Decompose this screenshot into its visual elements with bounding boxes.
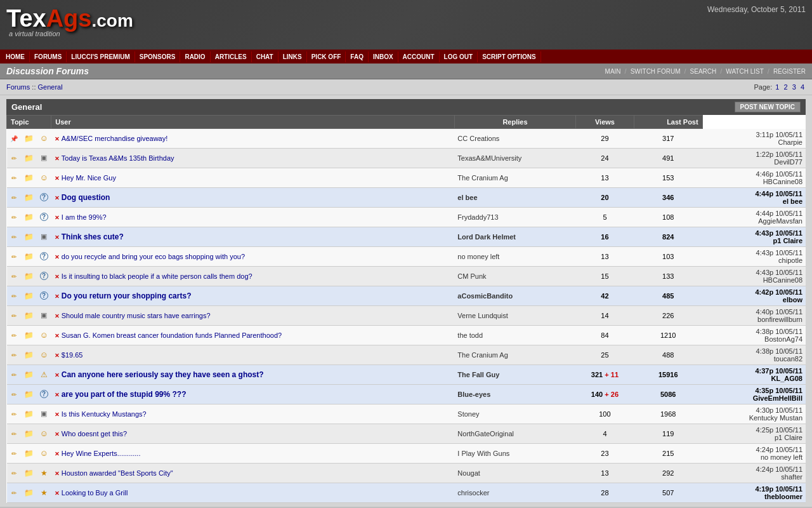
x-icon[interactable]: ✕ <box>55 175 60 182</box>
topic-link[interactable]: Should male country music stars have ear… <box>62 312 211 319</box>
topic-link[interactable]: Who doesnt get this? <box>62 430 127 438</box>
nav-premium[interactable]: LIUCCI'S PREMIUM <box>67 51 134 62</box>
subnav-main[interactable]: MAIN <box>605 68 621 75</box>
subnav-sep4: / <box>768 67 769 75</box>
topic-link[interactable]: Looking to Buy a Grill <box>62 489 128 497</box>
folder-icon: 📁 <box>24 410 34 418</box>
nav-forums[interactable]: FORUMS <box>30 51 67 62</box>
folder-cell: 📁 <box>21 129 37 149</box>
x-icon[interactable]: ✕ <box>55 333 60 339</box>
pencil-icon: ✏ <box>11 214 16 221</box>
topic-cell: ✕Hey Mr. Nice Guy <box>51 168 455 187</box>
topic-link[interactable]: Do you return your shopping carts? <box>62 291 192 300</box>
page-1[interactable]: 1 <box>775 83 779 91</box>
breadcrumb-general[interactable]: General <box>38 83 63 91</box>
topic-link[interactable]: I am the 99%? <box>62 213 107 221</box>
topic-link[interactable]: Hey Mr. Nice Guy <box>62 174 116 182</box>
x-icon[interactable]: ✕ <box>55 195 60 201</box>
nav-articles[interactable]: ARTICLES <box>211 51 252 62</box>
lastpost-user: chipotle <box>778 257 802 264</box>
topic-link[interactable]: Houston awarded "Best Sports City" <box>62 469 173 477</box>
lastpost-cell: 4:24p 10/05/11no money left <box>702 443 806 463</box>
subnav-switch[interactable]: SWITCH FORUM <box>631 68 681 75</box>
lastpost-cell: 4:42p 10/05/11elbow <box>702 286 806 305</box>
x-icon[interactable]: ✕ <box>55 136 60 142</box>
topic-link[interactable]: do you recycle and bring your eco bags s… <box>62 253 245 260</box>
pin-cell: ✏ <box>7 325 21 345</box>
pencil-icon: ✏ <box>11 175 16 182</box>
x-icon[interactable]: ✕ <box>55 293 60 300</box>
x-icon[interactable]: ✕ <box>55 431 60 438</box>
subnav-watchlist[interactable]: WATCH LIST <box>726 68 763 75</box>
topic-link[interactable]: Dog question <box>62 193 110 202</box>
lastpost-cell: 4:25p 10/05/11p1 Claire <box>702 424 806 443</box>
new-replies-count: + 26 <box>605 391 619 398</box>
topic-link[interactable]: Susan G. Komen breast cancer foundation … <box>62 331 282 339</box>
topic-icon-cell: ☺ <box>37 168 51 187</box>
lastpost-cell: 4:24p 10/05/11shafter <box>702 463 806 483</box>
folder-icon: 📁 <box>24 390 34 399</box>
table-row: ✏📁?✕Dog questionel bee203464:44p 10/05/1… <box>7 187 806 207</box>
topic-link[interactable]: Can anyone here seriously say they have … <box>62 370 264 379</box>
x-icon[interactable]: ✕ <box>55 215 60 221</box>
topic-link[interactable]: Hey Wine Experts............ <box>62 450 141 457</box>
x-icon[interactable]: ✕ <box>55 451 60 457</box>
folder-icon: 📁 <box>24 370 34 379</box>
x-icon[interactable]: ✕ <box>55 274 60 280</box>
x-icon[interactable]: ✕ <box>55 490 60 497</box>
x-icon[interactable]: ✕ <box>55 313 60 319</box>
post-new-topic-button[interactable]: POST NEW TOPIC <box>735 102 801 112</box>
user-cell: Nougat <box>454 463 575 483</box>
nav-links[interactable]: LINKS <box>278 51 307 62</box>
topic-cell: ✕Looking to Buy a Grill <box>51 483 455 502</box>
replies-cell: 24 <box>576 148 634 168</box>
nav-home[interactable]: HOME <box>1 51 30 62</box>
topic-icon-cell: ? <box>37 266 51 286</box>
topic-link[interactable]: Today is Texas A&Ms 135th Birthday <box>62 154 174 162</box>
table-row: ✏📁?✕Is it insulting to black people if a… <box>7 266 806 286</box>
breadcrumb-bar: Forums :: General Page: 1 2 3 4 <box>0 79 812 95</box>
topic-cell: ✕Who doesnt get this? <box>51 424 455 443</box>
folder-cell: 📁 <box>21 483 37 502</box>
nav-chat[interactable]: CHAT <box>252 51 278 62</box>
topic-link[interactable]: Think shes cute? <box>62 232 124 241</box>
views-cell: 5086 <box>634 384 702 404</box>
topic-link[interactable]: are you part of the stupid 99% ??? <box>62 390 187 399</box>
topic-link[interactable]: $19.65 <box>62 351 83 359</box>
lastpost-user: HBCanine08 <box>763 178 802 185</box>
x-icon[interactable]: ✕ <box>55 471 60 477</box>
page-4[interactable]: 4 <box>801 83 804 91</box>
th-replies: Replies <box>454 116 575 129</box>
nav-account[interactable]: ACCOUNT <box>398 51 440 62</box>
lastpost-user: Charpie <box>778 138 802 146</box>
x-icon[interactable]: ✕ <box>55 392 60 398</box>
subnav-register[interactable]: REGISTER <box>773 68 806 75</box>
nav-inbox[interactable]: INBOX <box>369 51 398 62</box>
topic-link[interactable]: A&M/SEC merchandise giveaway! <box>62 135 168 142</box>
topic-icon-cell: ☺ <box>37 345 51 364</box>
x-icon[interactable]: ✕ <box>55 254 60 260</box>
x-icon[interactable]: ✕ <box>55 352 60 359</box>
x-icon[interactable]: ✕ <box>55 411 60 418</box>
page-2[interactable]: 2 <box>784 83 788 91</box>
nav-logout[interactable]: LOG OUT <box>440 51 478 62</box>
x-icon[interactable]: ✕ <box>55 372 60 378</box>
subnav-search[interactable]: SEARCH <box>690 68 717 75</box>
topic-cell: ✕are you part of the stupid 99% ??? <box>51 384 455 404</box>
logo-ags: Ags <box>46 5 92 32</box>
lastpost-user: KL_AG08 <box>771 375 802 382</box>
page-3[interactable]: 3 <box>792 83 796 91</box>
user-cell: aCosmicBandito <box>454 286 575 305</box>
nav-faq[interactable]: FAQ <box>346 51 369 62</box>
table-row: ✏📁☺✕$19.65The Cranium Ag254884:38p 10/05… <box>7 345 806 364</box>
lastpost-user: p1 Claire <box>773 237 802 244</box>
nav-sponsors[interactable]: SPONSORS <box>135 51 181 62</box>
nav-script[interactable]: SCRIPT OPTIONS <box>478 51 540 62</box>
topic-link[interactable]: Is this Kentucky Mustangs? <box>62 410 147 418</box>
x-icon[interactable]: ✕ <box>55 234 60 241</box>
breadcrumb-forums[interactable]: Forums <box>6 83 30 91</box>
nav-radio[interactable]: RADIO <box>180 51 210 62</box>
x-icon[interactable]: ✕ <box>55 156 60 162</box>
topic-link[interactable]: Is it insulting to black people if a whi… <box>62 272 252 280</box>
nav-pickoff[interactable]: PICK OFF <box>307 51 346 62</box>
